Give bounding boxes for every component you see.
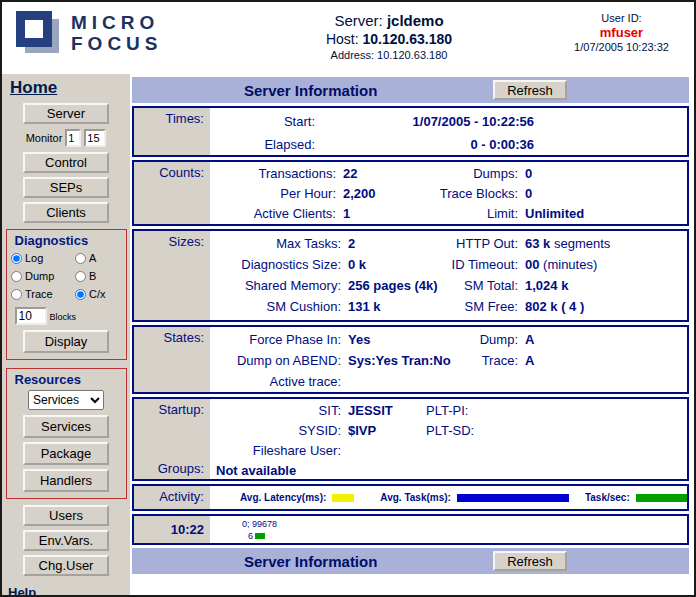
startup-empty-cell xyxy=(488,441,687,461)
id-timeout-value: 00 (minutes) xyxy=(525,254,687,275)
radio-trace[interactable]: Trace xyxy=(11,285,75,303)
diagnostics-size-value: 0 k xyxy=(348,254,448,275)
handlers-button[interactable]: Handlers xyxy=(23,469,109,492)
sm-cushion-value: 131 k xyxy=(348,296,448,317)
help-label: Help xyxy=(8,585,38,597)
radio-cx-input[interactable] xyxy=(75,289,86,300)
trace-blocks-value: 0 xyxy=(525,184,687,204)
states-empty-cell xyxy=(475,371,525,392)
start-line: Start: 1/07/2005 - 10:22:56 xyxy=(210,110,687,133)
force-phase-in-value: Yes xyxy=(348,329,475,350)
avg-latency-label: Avg. Latency(ms): xyxy=(240,492,326,503)
times-row: Times: Start: 1/07/2005 - 10:22:56 Elaps… xyxy=(132,106,689,157)
radio-log-input[interactable] xyxy=(11,253,22,264)
radio-b-input[interactable] xyxy=(75,271,86,282)
control-button[interactable]: Control xyxy=(23,152,109,173)
radio-trace-input[interactable] xyxy=(11,289,22,300)
monitor-interval-input[interactable] xyxy=(65,129,81,147)
start-label: Start: xyxy=(210,110,322,133)
blocks-input[interactable] xyxy=(15,307,47,325)
server-information-header: Server Information Refresh xyxy=(132,77,689,103)
blocks-controls: Blocks xyxy=(15,307,77,325)
activity-sample-value2: 6 xyxy=(248,530,253,542)
dump-on-abend-value: Sys:Yes Tran:No xyxy=(348,350,475,371)
latency-bar xyxy=(332,494,354,502)
force-phase-in-label: Force Phase In: xyxy=(210,329,348,350)
activity-sample-content: 0; 99678 6 xyxy=(210,516,687,543)
address-line: Address: 10.120.63.180 xyxy=(219,48,559,63)
counts-line: Transactions: 22 Dumps: 0 xyxy=(210,164,687,184)
counts-row: Counts: Transactions: 22 Dumps: 0 Per Ho… xyxy=(132,160,689,226)
task-bar xyxy=(457,494,569,502)
services-button[interactable]: Services xyxy=(23,415,109,438)
per-hour-value: 2,200 xyxy=(343,184,437,204)
diagnostics-title: Diagnostics xyxy=(15,233,89,248)
radio-b-label: B xyxy=(89,270,96,282)
sit-label: SIT: xyxy=(210,401,348,421)
limit-value: Unlimited xyxy=(525,204,687,224)
http-out-label: HTTP Out: xyxy=(448,233,525,254)
diagnostics-panel: Diagnostics Log A Dump xyxy=(6,229,127,360)
server-name: jcldemo xyxy=(387,12,444,29)
radio-a[interactable]: A xyxy=(75,249,121,267)
main-panel: Server Information Refresh Times: Start:… xyxy=(130,74,694,595)
dump-on-abend-label: Dump on ABEND: xyxy=(210,350,348,371)
startup-row-label: Startup: Groups: xyxy=(134,399,210,479)
radio-a-input[interactable] xyxy=(75,253,86,264)
footer-refresh-button[interactable]: Refresh xyxy=(493,551,567,571)
counts-line: Active Clients: 1 Limit: Unlimited xyxy=(210,204,687,224)
groups-value: Not available xyxy=(210,461,687,479)
host-label: Host: xyxy=(326,31,359,47)
server-identity: Server: jcldemo Host: 10.120.63.180 Addr… xyxy=(219,10,559,63)
trace-state-label: Trace: xyxy=(475,350,525,371)
diagnostics-radio-group: Log A Dump B xyxy=(11,249,121,303)
counts-row-content: Transactions: 22 Dumps: 0 Per Hour: 2,20… xyxy=(210,162,687,224)
per-hour-label: Per Hour: xyxy=(210,184,343,204)
resources-select[interactable]: Services xyxy=(28,390,104,410)
states-row: States: Force Phase In: Yes Dump: A Dump… xyxy=(132,325,689,394)
radio-cx[interactable]: C/x xyxy=(75,285,121,303)
startup-row: Startup: Groups: SIT: JESSIT PLT-PI: SYS… xyxy=(132,397,689,481)
help-block: Help Menu xyxy=(8,585,38,597)
radio-trace-label: Trace xyxy=(25,288,53,300)
monitor-label: Monitor xyxy=(26,132,63,144)
users-button[interactable]: Users xyxy=(23,505,109,526)
startup-empty-cell xyxy=(426,441,488,461)
seps-button[interactable]: SEPs xyxy=(23,177,109,198)
home-link[interactable]: Home xyxy=(10,78,57,98)
radio-b[interactable]: B xyxy=(75,267,121,285)
sample-green-bar xyxy=(255,533,265,539)
radio-log[interactable]: Log xyxy=(11,249,75,267)
sizes-line: Shared Memory: 256 pages (4k) SM Total: … xyxy=(210,275,687,296)
activity-row: Activity: Avg. Latency(ms): Avg. Task(ms… xyxy=(132,484,689,511)
plt-pi-value xyxy=(488,401,687,421)
http-out-number: 63 k xyxy=(525,236,550,251)
shared-memory-label: Shared Memory: xyxy=(210,275,348,296)
envvars-button[interactable]: Env.Vars. xyxy=(23,530,109,551)
sysid-label: SYSID: xyxy=(210,421,348,441)
max-tasks-value: 2 xyxy=(348,233,448,254)
states-line: Active trace: xyxy=(210,371,687,392)
monitor-count-input[interactable] xyxy=(84,129,106,147)
radio-dump[interactable]: Dump xyxy=(11,267,75,285)
states-line: Force Phase In: Yes Dump: A xyxy=(210,329,687,350)
elapsed-label: Elapsed: xyxy=(210,133,322,155)
diagnostics-size-label: Diagnostics Size: xyxy=(210,254,348,275)
refresh-button[interactable]: Refresh xyxy=(493,80,567,100)
startup-line: SIT: JESSIT PLT-PI: xyxy=(210,401,687,421)
task-sec-label: Task/sec: xyxy=(585,492,630,503)
dumps-value: 0 xyxy=(525,164,687,184)
chguser-button[interactable]: Chg.User xyxy=(23,555,109,576)
radio-dump-input[interactable] xyxy=(11,271,22,282)
display-button[interactable]: Display xyxy=(23,330,109,353)
elapsed-line: Elapsed: 0 - 0:00:36 xyxy=(210,133,687,155)
limit-label: Limit: xyxy=(437,204,525,224)
server-button[interactable]: Server xyxy=(23,103,109,124)
package-button[interactable]: Package xyxy=(23,442,109,465)
clients-button[interactable]: Clients xyxy=(23,202,109,223)
datetime: 1/07/2005 10:23:32 xyxy=(559,41,684,53)
monitor-controls: Monitor xyxy=(26,129,107,147)
counts-row-label: Counts: xyxy=(134,162,210,224)
host-value: 10.120.63.180 xyxy=(363,31,453,47)
active-trace-label: Active trace: xyxy=(210,371,348,392)
